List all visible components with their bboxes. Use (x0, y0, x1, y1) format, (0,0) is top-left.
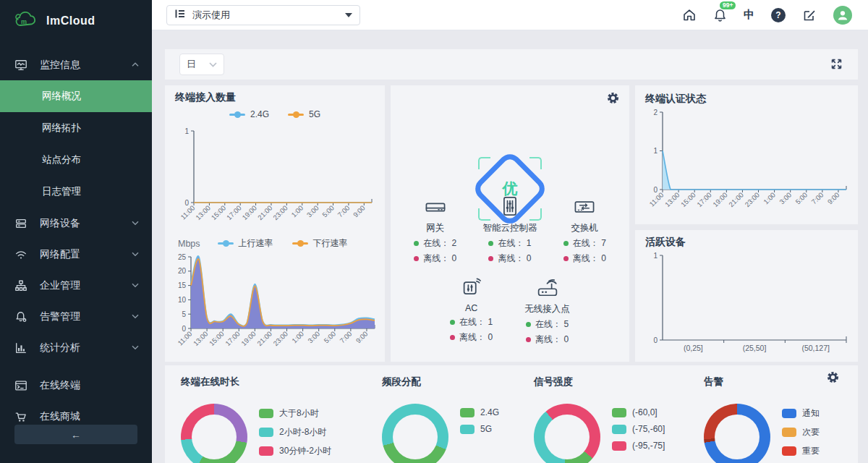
legend-item[interactable]: 重要 (782, 445, 820, 457)
sidebar-item-network-devices[interactable]: 网络设备 (0, 208, 152, 239)
legend-label: (-75,-60] (632, 424, 665, 434)
feedback-edit-icon[interactable] (802, 8, 817, 22)
online-dot (450, 320, 455, 325)
sidebar-item-label: 在线商城 (40, 410, 139, 423)
svg-text:9:00: 9:00 (352, 204, 367, 219)
offline-dot (526, 337, 531, 342)
device-offline-count: 离线： 0 (450, 331, 493, 344)
language-switch[interactable]: 中 (744, 8, 754, 22)
sidebar-subitem-label: 网络拓扑 (42, 122, 81, 135)
sidebar-subitem-label: 站点分布 (42, 153, 81, 166)
sidebar-subitem[interactable]: 日志管理 (0, 176, 152, 208)
terminal-access-panel: 终端接入数量 2.4G5G 0111:0013:0015:0017:0019:0… (165, 85, 385, 362)
svg-text:1:00: 1:00 (762, 191, 777, 206)
svg-text:17:00: 17:00 (695, 191, 713, 209)
device-offline-count: 离线： 0 (526, 334, 569, 346)
svg-text:19:00: 19:00 (240, 204, 258, 222)
legend-item[interactable]: 5G (460, 424, 499, 434)
legend-item[interactable]: 2.4G (460, 407, 499, 417)
legend-swatch (460, 425, 475, 434)
legend-marker (288, 114, 304, 116)
device-status-3: 交换机在线： 7离线： 0 (563, 195, 606, 265)
svg-text:13:00: 13:00 (194, 204, 212, 222)
device-name: 交换机 (571, 222, 599, 234)
svg-text:5:00: 5:00 (322, 330, 337, 345)
legend-item[interactable]: (-75,-60] (612, 424, 665, 434)
sidebar-item-label: 告警管理 (40, 310, 132, 323)
legend-item[interactable]: 30分钟-2小时 (259, 445, 331, 457)
sidebar-subitem[interactable]: 网络拓扑 (0, 112, 152, 144)
org-selector[interactable]: 演示使用 (166, 5, 360, 25)
svg-text:15:00: 15:00 (208, 330, 226, 348)
signal-strength-donut (534, 404, 600, 463)
legend-item[interactable]: 下行速率 (292, 237, 348, 250)
svg-text:13:00: 13:00 (192, 330, 210, 348)
legend-item[interactable]: 次要 (782, 426, 820, 438)
legend-marker (292, 242, 308, 245)
legend-item[interactable]: 通知 (782, 407, 820, 420)
sidebar-collapse-button[interactable]: ← (14, 425, 137, 444)
legend-item[interactable]: (-95,-75] (612, 441, 665, 451)
svg-text:11:00: 11:00 (179, 204, 196, 221)
device-online-count: 在线： 1 (488, 237, 531, 250)
online-duration-donut (181, 404, 247, 463)
svg-text:23:00: 23:00 (271, 204, 289, 222)
auth-status-chart: 01211:0013:0015:0017:0019:0021:0023:001:… (641, 106, 854, 220)
legend-marker (229, 114, 245, 116)
svg-text:(25,50]: (25,50] (743, 344, 767, 352)
legend-item[interactable]: 上行速率 (218, 237, 273, 250)
home-icon[interactable] (682, 8, 697, 22)
device-status-2: 智能云控制器在线： 1离线： 0 (482, 195, 537, 265)
cloud-controller-icon (501, 195, 519, 217)
main-content: 日 终端接入数量 2.4G5G 0111:0013:0015:0017:0019… (152, 30, 868, 463)
donut-title: 信号强度 (534, 375, 665, 388)
device-name: 无线接入点 (524, 303, 570, 315)
svg-text:7:00: 7:00 (336, 204, 351, 219)
sidebar-subitem[interactable]: 网络概况 (0, 80, 152, 112)
alarm-bell-icon (14, 310, 27, 323)
device-online-count: 在线： 1 (450, 316, 493, 328)
sidebar-item-enterprise-mgmt[interactable]: 企业管理 (0, 270, 152, 301)
sidebar-item-network-config[interactable]: 网络配置 (0, 239, 152, 270)
sidebar-menu: 监控信息网络概况网络拓扑站点分布日志管理网络设备网络配置企业管理告警管理统计分析… (0, 49, 152, 432)
sidebar-item-monitor-info[interactable]: 监控信息 (0, 49, 152, 80)
gear-icon[interactable] (827, 371, 839, 386)
sidebar-item-alarm-mgmt[interactable]: 告警管理 (0, 301, 152, 332)
sidebar-item-online-terminals[interactable]: 在线终端 (0, 370, 152, 401)
sidebar-item-stats-analysis[interactable]: 统计分析 (0, 332, 152, 363)
caret-down-icon (345, 13, 352, 17)
sidebar-subitem-label: 网络概况 (42, 90, 81, 103)
help-icon[interactable]: ? (771, 8, 786, 22)
legend-item[interactable]: (-60,0] (612, 407, 665, 417)
legend-item[interactable]: 5G (288, 109, 320, 119)
collapse-arrow-icon: ← (71, 429, 81, 441)
gear-icon[interactable] (607, 92, 619, 107)
svg-text:19:00: 19:00 (239, 330, 258, 348)
device-status-1: 网关在线： 2离线： 0 (414, 195, 456, 265)
device-name: 智能云控制器 (482, 222, 537, 234)
sidebar-item-label: 网络配置 (40, 248, 132, 261)
device-status-row: 网关在线： 2离线： 0智能云控制器在线： 1离线： 0交换机在线： 7离线： … (391, 195, 629, 265)
user-avatar[interactable] (833, 6, 852, 25)
device-name: AC (465, 303, 477, 313)
legend-item[interactable]: 大于8小时 (259, 407, 331, 420)
notifications-bell-icon[interactable]: 99+ (713, 8, 727, 22)
legend-item[interactable]: 2.4G (229, 109, 269, 119)
cart-icon (14, 410, 27, 423)
legend-item[interactable]: 2小时-8小时 (259, 426, 331, 438)
period-selector[interactable]: 日 (179, 54, 224, 75)
svg-text:10: 10 (178, 296, 187, 304)
device-offline-count: 离线： 0 (414, 252, 456, 265)
fullscreen-expand-icon[interactable] (830, 57, 843, 74)
speed-legend: 上行速率下行速率 (218, 237, 348, 250)
legend-swatch (259, 409, 273, 418)
active-devices-panel: 活跃设备 01(0,25](25,50](50,127] (635, 230, 858, 362)
svg-text:1: 1 (653, 147, 658, 155)
topbar-icons: 99+ 中 ? (682, 6, 868, 25)
legend-swatch (259, 428, 273, 437)
svg-text:1: 1 (653, 252, 658, 260)
device-online-count: 在线： 7 (563, 237, 606, 250)
panel-title: 终端接入数量 (175, 91, 236, 104)
svg-text:25: 25 (178, 253, 187, 261)
sidebar-subitem[interactable]: 站点分布 (0, 144, 152, 176)
